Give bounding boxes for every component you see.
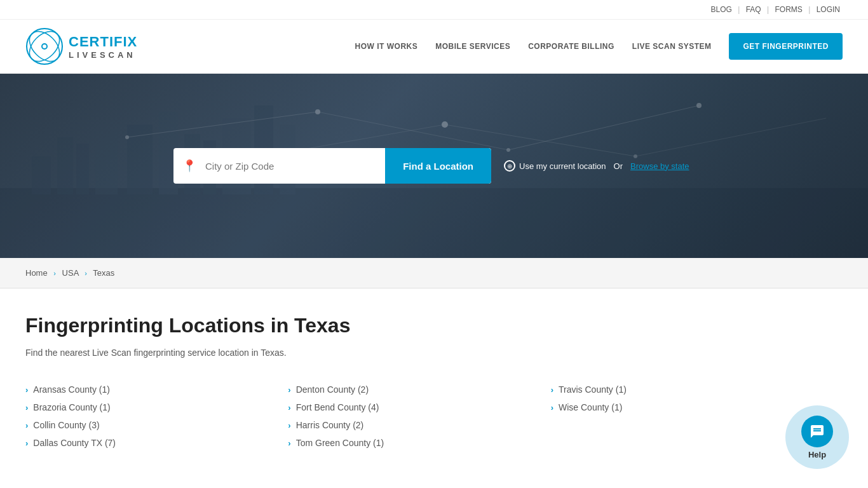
list-item: › Tom Green County (1) xyxy=(288,434,538,452)
county-collin[interactable]: Collin County (3) xyxy=(33,420,99,430)
list-item: › Travis County (1) xyxy=(551,381,801,398)
hero-section: 📍 Find a Location ⊕ Use my current locat… xyxy=(0,74,868,258)
county-travis[interactable]: Travis County (1) xyxy=(559,384,627,395)
county-column-1: › Aransas County (1) › Brazoria County (… xyxy=(25,381,275,452)
svg-line-18 xyxy=(318,112,508,150)
logo-livescan: LIVESCAN xyxy=(69,50,137,60)
utility-bar: BLOG | FAQ | FORMS | LOGIN xyxy=(0,0,868,20)
chat-icon xyxy=(810,424,825,439)
breadcrumb: Home › USA › Texas xyxy=(0,258,868,288)
breadcrumb-sep2: › xyxy=(85,269,87,277)
or-label: Or xyxy=(614,161,623,171)
list-item: › Fort Bend County (4) xyxy=(288,398,538,416)
nav-live-scan-system[interactable]: LIVE SCAN SYSTEM xyxy=(632,42,712,51)
nav-corporate-billing[interactable]: CORPORATE BILLING xyxy=(528,42,614,51)
browse-by-state-link[interactable]: Browse by state xyxy=(630,161,689,171)
county-brazoria[interactable]: Brazoria County (1) xyxy=(33,402,110,412)
county-aransas[interactable]: Aransas County (1) xyxy=(33,384,110,395)
county-dallas[interactable]: Dallas County TX (7) xyxy=(33,438,116,448)
chevron-right-icon: › xyxy=(551,385,553,395)
svg-rect-5 xyxy=(0,188,868,258)
list-item: › Dallas County TX (7) xyxy=(25,434,275,452)
page-title: Fingerprinting Locations in Texas xyxy=(25,314,801,337)
svg-rect-6 xyxy=(32,156,51,194)
search-input[interactable] xyxy=(205,161,385,172)
location-options: ⊕ Use my current location Or Browse by s… xyxy=(504,160,689,172)
location-pin-icon: 📍 xyxy=(173,159,205,173)
county-denton[interactable]: Denton County (2) xyxy=(296,384,369,395)
sep2: | xyxy=(767,5,769,14)
county-wise[interactable]: Wise County (1) xyxy=(559,402,622,412)
chevron-right-icon: › xyxy=(288,438,290,448)
forms-link[interactable]: FORMS xyxy=(775,5,803,14)
svg-rect-7 xyxy=(57,137,73,194)
breadcrumb-home[interactable]: Home xyxy=(25,268,48,278)
breadcrumb-texas[interactable]: Texas xyxy=(93,268,114,278)
county-harris[interactable]: Harris County (2) xyxy=(296,420,364,430)
list-item: › Denton County (2) xyxy=(288,381,538,398)
logo-text: CERTIFIX LIVESCAN xyxy=(69,34,137,60)
chevron-right-icon: › xyxy=(288,403,290,412)
breadcrumb-sep1: › xyxy=(53,269,56,277)
sep1: | xyxy=(738,5,740,14)
main-nav: CERTIFIX LIVESCAN HOW IT WORKS MOBILE SE… xyxy=(0,20,868,74)
logo[interactable]: CERTIFIX LIVESCAN xyxy=(25,27,137,65)
search-box: 📍 Find a Location xyxy=(173,148,491,184)
blog-link[interactable]: BLOG xyxy=(711,5,732,14)
logo-icon xyxy=(25,27,64,65)
list-item: › Wise County (1) xyxy=(551,398,801,416)
logo-certifix: CERTIFIX xyxy=(69,34,137,50)
svg-rect-8 xyxy=(76,144,89,194)
list-item: › Collin County (3) xyxy=(25,416,275,434)
hero-content: 📍 Find a Location ⊕ Use my current locat… xyxy=(148,148,720,184)
chevron-right-icon: › xyxy=(25,403,28,412)
chevron-right-icon: › xyxy=(25,385,28,395)
page-subtitle: Find the nearest Live Scan fingerprintin… xyxy=(25,348,801,358)
county-grid: › Aransas County (1) › Brazoria County (… xyxy=(25,381,801,452)
find-location-button[interactable]: Find a Location xyxy=(385,148,491,184)
help-label: Help xyxy=(808,450,826,459)
county-tom-green[interactable]: Tom Green County (1) xyxy=(296,438,384,448)
svg-point-4 xyxy=(43,44,46,48)
svg-rect-9 xyxy=(95,131,118,194)
location-dot-icon: ⊕ xyxy=(504,160,515,172)
use-location-label: Use my current location xyxy=(519,161,606,171)
list-item: › Harris County (2) xyxy=(288,416,538,434)
login-link[interactable]: LOGIN xyxy=(817,5,840,14)
chevron-right-icon: › xyxy=(25,438,28,448)
svg-line-19 xyxy=(508,105,699,150)
svg-point-27 xyxy=(442,121,448,128)
chevron-right-icon: › xyxy=(25,421,28,430)
nav-how-it-works[interactable]: HOW IT WORKS xyxy=(355,42,418,51)
faq-link[interactable]: FAQ xyxy=(746,5,761,14)
help-bubble xyxy=(801,416,833,447)
nav-mobile-services[interactable]: MOBILE SERVICES xyxy=(435,42,510,51)
help-widget[interactable]: Help xyxy=(785,405,849,469)
list-item: › Brazoria County (1) xyxy=(25,398,275,416)
breadcrumb-usa[interactable]: USA xyxy=(62,268,79,278)
county-column-2: › Denton County (2) › Fort Bend County (… xyxy=(288,381,538,452)
chevron-right-icon: › xyxy=(288,385,290,395)
list-item: › Aransas County (1) xyxy=(25,381,275,398)
use-current-location[interactable]: ⊕ Use my current location xyxy=(504,160,606,172)
chevron-right-icon: › xyxy=(288,421,290,430)
county-fort-bend[interactable]: Fort Bend County (4) xyxy=(296,402,379,412)
svg-point-24 xyxy=(315,109,320,114)
main-content: Fingerprinting Locations in Texas Find t… xyxy=(0,288,826,488)
county-column-3: › Travis County (1) › Wise County (1) xyxy=(551,381,801,452)
svg-point-23 xyxy=(125,135,129,139)
chevron-right-icon: › xyxy=(551,403,553,412)
nav-links: HOW IT WORKS MOBILE SERVICES CORPORATE B… xyxy=(355,33,843,60)
sep3: | xyxy=(808,5,810,14)
svg-point-26 xyxy=(696,103,702,108)
get-fingerprinted-button[interactable]: GET FINGERPRINTED xyxy=(729,33,843,60)
